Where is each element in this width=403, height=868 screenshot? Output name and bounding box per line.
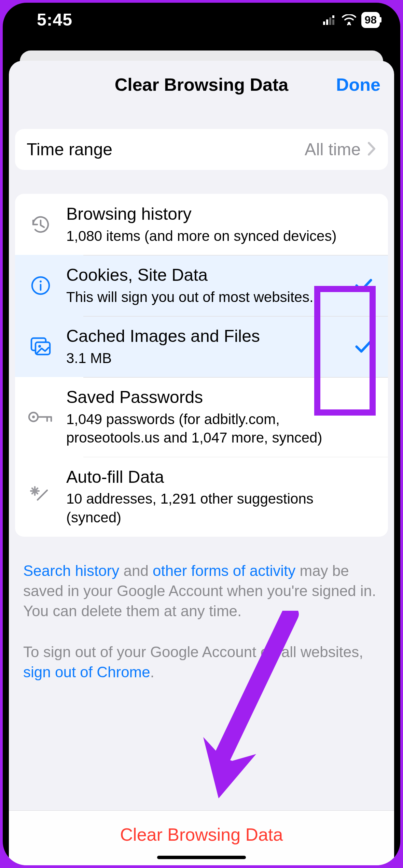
history-icon — [25, 209, 56, 240]
chevron-right-icon — [367, 142, 376, 157]
images-icon — [25, 331, 56, 362]
status-time: 5:45 — [23, 10, 72, 30]
cached-row[interactable]: Cached Images and Files 3.1 MB — [15, 316, 388, 377]
svg-rect-1 — [326, 19, 328, 25]
data-types-group: Browsing history 1,080 items (and more o… — [15, 194, 388, 537]
wand-icon — [25, 481, 56, 512]
info-icon — [25, 270, 56, 301]
autofill-title: Auto-fill Data — [66, 466, 337, 488]
svg-point-5 — [348, 22, 350, 25]
search-history-link[interactable]: Search history — [23, 562, 119, 579]
battery-indicator: 98 — [361, 12, 380, 28]
cookies-row[interactable]: Cookies, Site Data This will sign you ou… — [15, 255, 388, 316]
history-title: Browsing history — [66, 203, 337, 225]
cookies-subtitle: This will sign you out of most websites. — [66, 288, 337, 307]
cellular-icon — [323, 15, 337, 25]
cached-title: Cached Images and Files — [66, 326, 337, 347]
cookies-title: Cookies, Site Data — [66, 264, 337, 286]
key-icon — [25, 402, 56, 432]
status-indicators: 98 — [323, 12, 380, 28]
passwords-subtitle: 1,049 passwords (for adbitly.com, proseo… — [66, 410, 337, 447]
checkmark-icon — [355, 338, 373, 355]
status-bar: 5:45 98 — [3, 3, 400, 37]
autofill-row[interactable]: Auto-fill Data 10 addresses, 1,291 other… — [15, 457, 388, 537]
action-bar: Clear Browsing Data — [9, 810, 394, 865]
time-range-row[interactable]: Time range All time — [15, 129, 388, 170]
footer-note-2: To sign out of your Google Account on al… — [15, 642, 388, 682]
device-frame: 5:45 98 Clear Browsing Data Done Time ra… — [3, 3, 400, 865]
history-subtitle: 1,080 items (and more on synced devices) — [66, 227, 337, 246]
svg-rect-4 — [332, 19, 334, 25]
passwords-title: Saved Passwords — [66, 387, 337, 408]
passwords-row[interactable]: Saved Passwords 1,049 passwords (for adb… — [15, 377, 388, 457]
other-activity-link[interactable]: other forms of activity — [153, 562, 295, 579]
sheet-content: Time range All time — [9, 108, 394, 865]
autofill-subtitle: 10 addresses, 1,291 other suggestions (s… — [66, 490, 337, 527]
clear-browsing-data-button[interactable]: Clear Browsing Data — [120, 824, 283, 845]
footer-note-1: Search history and other forms of activi… — [15, 561, 388, 621]
svg-rect-2 — [329, 17, 331, 25]
home-indicator — [157, 856, 246, 859]
svg-rect-0 — [323, 21, 325, 25]
time-range-label: Time range — [27, 140, 305, 159]
time-range-value: All time — [305, 140, 361, 159]
wifi-icon — [342, 14, 357, 25]
svg-point-10 — [38, 345, 41, 348]
modal-sheet: Clear Browsing Data Done Time range All … — [9, 61, 394, 865]
time-range-group: Time range All time — [15, 129, 388, 170]
browsing-history-row[interactable]: Browsing history 1,080 items (and more o… — [15, 194, 388, 255]
svg-rect-3 — [332, 15, 334, 18]
checkmark-icon — [355, 277, 373, 294]
cached-subtitle: 3.1 MB — [66, 349, 337, 368]
done-button[interactable]: Done — [336, 74, 380, 95]
svg-point-7 — [40, 280, 42, 283]
svg-point-12 — [32, 416, 35, 418]
sheet-header: Clear Browsing Data Done — [9, 61, 394, 108]
sheet-title: Clear Browsing Data — [115, 74, 289, 95]
sign-out-chrome-link[interactable]: sign out of Chrome — [23, 664, 150, 680]
